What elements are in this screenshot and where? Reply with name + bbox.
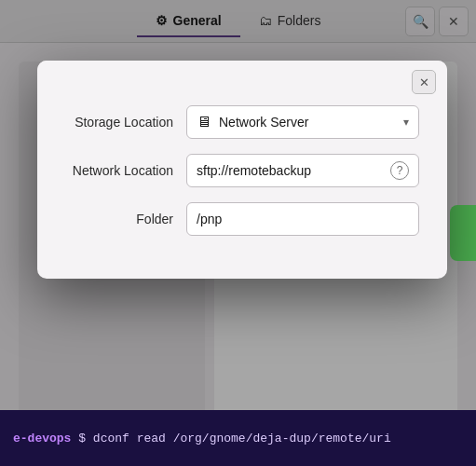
modal-close-button[interactable]: ✕ (412, 70, 436, 94)
storage-location-row: Storage Location 🖥 Network Server ▾ (65, 105, 419, 139)
chevron-down-icon: ▾ (403, 116, 409, 129)
edge-action-button[interactable] (450, 205, 476, 261)
folder-input-wrap (186, 202, 419, 236)
storage-location-label: Storage Location (65, 115, 186, 130)
folder-control (186, 202, 419, 236)
server-icon: 🖥 (197, 114, 211, 130)
network-location-row: Network Location ? (65, 154, 419, 187)
network-location-input-wrap: ? (186, 154, 419, 187)
modal-header: ✕ (37, 61, 447, 94)
help-icon[interactable]: ? (390, 161, 409, 180)
storage-location-value: Network Server (219, 115, 308, 130)
storage-location-control: 🖥 Network Server ▾ (186, 105, 419, 139)
folder-input[interactable] (197, 212, 409, 226)
terminal: e-devops $ dconf read /org/gnome/deja-du… (0, 410, 476, 466)
storage-location-dropdown[interactable]: 🖥 Network Server ▾ (186, 105, 419, 139)
modal-body: Storage Location 🖥 Network Server ▾ Netw… (37, 94, 447, 279)
terminal-command: $ dconf read /org/gnome/deja-dup/remote/… (71, 432, 390, 445)
network-location-label: Network Location (65, 163, 186, 178)
modal-dialog: ✕ Storage Location 🖥 Network Server ▾ Ne… (37, 61, 447, 279)
network-location-control: ? (186, 154, 419, 187)
modal-close-icon: ✕ (419, 75, 429, 89)
network-location-input[interactable] (197, 163, 390, 178)
terminal-prompt: e-devops (13, 432, 71, 445)
folder-row: Folder (65, 202, 419, 236)
folder-label: Folder (65, 212, 186, 226)
